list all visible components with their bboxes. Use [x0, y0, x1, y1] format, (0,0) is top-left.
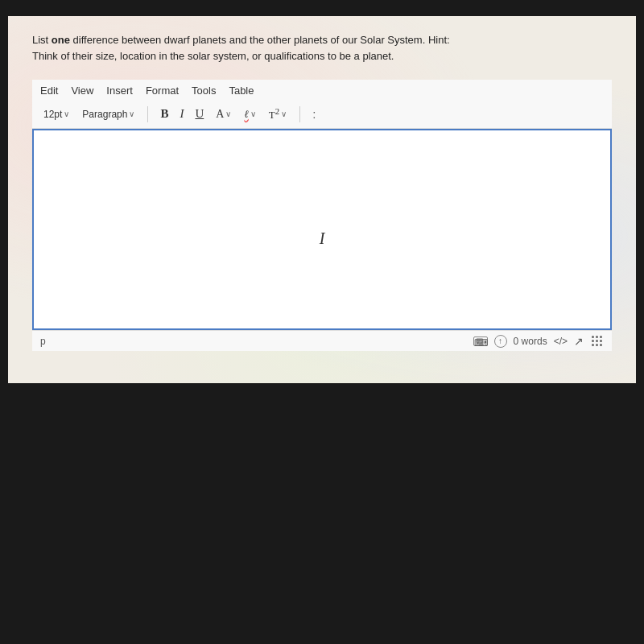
superscript-label: T2	[269, 106, 279, 122]
bold-button[interactable]: B	[158, 105, 171, 122]
toolbar-separator-1	[147, 106, 148, 122]
highlight-dropdown[interactable]: ℓ ∨	[241, 106, 258, 122]
font-size-chevron: ∨	[64, 109, 69, 118]
font-size-label: 12pt	[43, 109, 62, 120]
cursor-indicator: I	[320, 229, 325, 248]
question-line1-rest: difference between dwarf planets and the…	[70, 34, 450, 46]
status-right-section: ⌨ ↑ 0 words </> ↗	[473, 334, 604, 348]
superscript-dropdown[interactable]: T2 ∨	[266, 105, 290, 123]
resize-icon[interactable]: ↗	[574, 335, 584, 348]
menu-view[interactable]: View	[71, 85, 93, 97]
font-color-chevron: ∨	[225, 109, 231, 118]
toolbar: 12pt ∨ Paragraph ∨ B I U A ∨ ℓ ∨ T2 ∨	[32, 101, 612, 129]
superscript-chevron: ∨	[281, 109, 287, 118]
page-container: List one difference between dwarf planet…	[8, 16, 636, 383]
more-options-button[interactable]: :	[310, 105, 319, 122]
status-bar: p ⌨ ↑ 0 words </> ↗	[32, 330, 612, 351]
underline-button[interactable]: U	[192, 105, 206, 122]
menu-bar: Edit View Insert Format Tools Table	[32, 80, 612, 101]
menu-table[interactable]: Table	[229, 85, 254, 97]
keyboard-icon[interactable]: ⌨	[473, 336, 488, 346]
question-line2: Think of their size, location in the sol…	[32, 50, 394, 62]
question-bold: one	[52, 34, 70, 46]
font-color-label: A	[216, 108, 224, 121]
code-view-button[interactable]: </>	[554, 336, 568, 347]
text-editor-area[interactable]: I	[32, 129, 612, 330]
font-size-dropdown[interactable]: 12pt ∨	[40, 107, 72, 122]
grid-menu-icon[interactable]	[590, 334, 604, 348]
question-text: List one difference between dwarf planet…	[32, 32, 612, 64]
menu-insert[interactable]: Insert	[106, 85, 133, 97]
toolbar-separator-2	[299, 106, 300, 122]
word-count: 0 words	[514, 336, 547, 347]
menu-format[interactable]: Format	[146, 85, 179, 97]
paragraph-indicator: p	[40, 336, 473, 347]
paragraph-chevron: ∨	[129, 109, 134, 118]
info-icon[interactable]: ↑	[494, 335, 507, 348]
menu-edit[interactable]: Edit	[40, 85, 58, 97]
font-color-dropdown[interactable]: A ∨	[213, 106, 234, 122]
italic-button[interactable]: I	[177, 105, 186, 122]
paragraph-label: Paragraph	[82, 109, 127, 120]
paragraph-style-dropdown[interactable]: Paragraph ∨	[79, 107, 138, 122]
editor-container: Edit View Insert Format Tools Table 12pt…	[32, 80, 612, 351]
highlight-chevron: ∨	[250, 109, 256, 118]
menu-tools[interactable]: Tools	[192, 85, 216, 97]
highlight-label: ℓ	[244, 108, 248, 121]
question-line1-prefix: List	[32, 34, 52, 46]
